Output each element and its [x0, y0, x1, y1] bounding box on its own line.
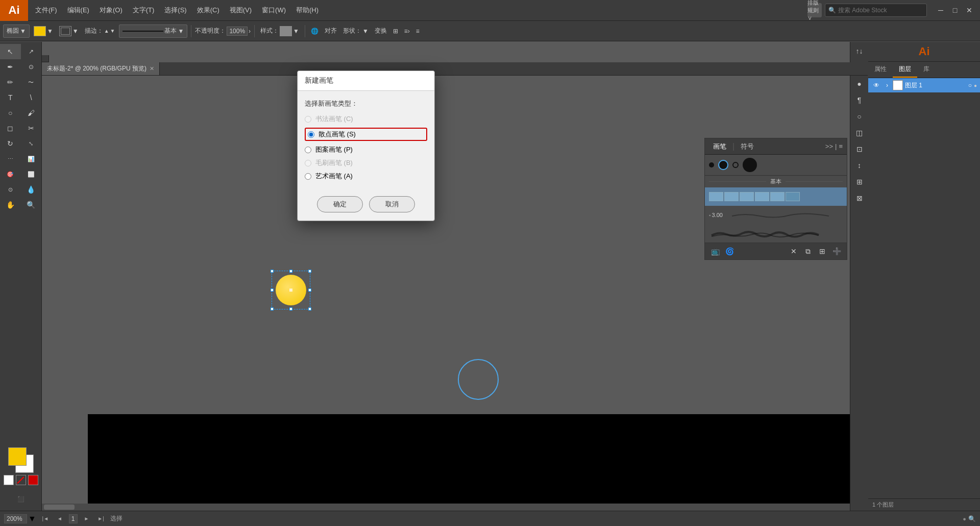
- menu-effect[interactable]: 效果(C): [192, 0, 225, 20]
- brush-duplicate-btn[interactable]: ⧉: [802, 245, 814, 257]
- brush-options-btn[interactable]: ⊞: [816, 245, 828, 257]
- align-button[interactable]: 对齐: [323, 26, 339, 36]
- brush-menu-icon[interactable]: ≡: [839, 142, 843, 150]
- minimize-button[interactable]: ─: [934, 4, 947, 17]
- radio-calligraphy[interactable]: [305, 116, 311, 123]
- tab-library[interactable]: 库: [917, 62, 936, 78]
- tab-properties[interactable]: 属性: [868, 62, 893, 78]
- brush-tool[interactable]: 🖌: [21, 105, 42, 121]
- eyedropper-tool[interactable]: 💧: [21, 182, 42, 197]
- fill-color-square[interactable]: [8, 447, 27, 466]
- brush-dot-medium[interactable]: [718, 160, 728, 170]
- stroke-style-dropdown[interactable]: 基本 ▼: [119, 25, 187, 38]
- change-screen-mode[interactable]: ⬛: [17, 491, 24, 507]
- brush-new-btn[interactable]: ➕: [830, 245, 843, 257]
- brush-bottom-btn1[interactable]: 📺: [709, 245, 721, 257]
- fill-color-picker[interactable]: ▼: [32, 25, 55, 37]
- yellow-circle-object[interactable]: [276, 275, 306, 305]
- pencil-tool[interactable]: ✏: [0, 75, 21, 90]
- slice-tool[interactable]: ⊙: [0, 182, 21, 197]
- transform-button[interactable]: 变换: [373, 26, 389, 36]
- brush-item-3[interactable]: ▪ 3.00: [705, 206, 847, 224]
- zoom-input[interactable]: [4, 514, 27, 523]
- warp-tool[interactable]: ⋯: [0, 151, 21, 166]
- page-first-button[interactable]: |◄: [40, 514, 51, 524]
- brush-dot-small[interactable]: [709, 162, 714, 168]
- radio-bristle[interactable]: [305, 160, 311, 166]
- right-strip-icon-3[interactable]: ●: [852, 77, 867, 91]
- menu-select[interactable]: 选择(S): [159, 0, 191, 20]
- right-strip-icon-1[interactable]: ↑↓: [852, 44, 867, 58]
- shape-button[interactable]: 形状： ▼: [341, 26, 371, 36]
- brush-dot-hollow[interactable]: [732, 162, 739, 168]
- maximize-button[interactable]: □: [948, 4, 962, 17]
- scroll-thumb-h[interactable]: [44, 505, 75, 510]
- handle-bl[interactable]: [271, 307, 274, 310]
- handle-tr[interactable]: [308, 270, 311, 273]
- direct-select-tool[interactable]: ↗: [21, 44, 42, 59]
- right-strip-icon-5[interactable]: ○: [852, 109, 867, 124]
- scissors-tool[interactable]: ✂: [21, 121, 42, 136]
- smooth-tool[interactable]: 〜: [21, 75, 42, 90]
- color-small-3[interactable]: [28, 475, 38, 485]
- page-prev-button[interactable]: ◄: [55, 514, 65, 524]
- symbol-tab[interactable]: 符号: [737, 142, 758, 151]
- rotate-tool[interactable]: ↻: [0, 136, 21, 151]
- type-tool[interactable]: T: [0, 90, 21, 105]
- radio-art[interactable]: [305, 173, 311, 180]
- page-last-button[interactable]: ►|: [96, 514, 106, 524]
- status-search-icon[interactable]: 🔍: [968, 515, 976, 522]
- symbol-sprayer-tool[interactable]: 🎯: [0, 166, 21, 182]
- chart-tool[interactable]: 📊: [21, 151, 42, 166]
- brush-bottom-btn2[interactable]: 🌀: [723, 245, 736, 257]
- confirm-button[interactable]: 确定: [317, 196, 363, 212]
- right-strip-icon-4[interactable]: ¶: [852, 93, 867, 107]
- layer-options-icon[interactable]: ●: [974, 83, 977, 88]
- lasso-tool[interactable]: ⊙: [21, 59, 42, 75]
- brush-expand-icon[interactable]: >>: [825, 142, 833, 150]
- radio-pattern[interactable]: [305, 147, 311, 153]
- extra-btn3[interactable]: ≡: [414, 27, 422, 36]
- select-tool[interactable]: ↖: [0, 44, 21, 59]
- stroke-color-picker[interactable]: ▼: [57, 25, 81, 37]
- ellipse-tool[interactable]: ○: [0, 105, 21, 121]
- extra-btn2[interactable]: ≡›: [402, 27, 412, 36]
- zoom-dropdown-arrow[interactable]: ▼: [28, 514, 36, 523]
- opacity-expand[interactable]: ›: [249, 28, 251, 35]
- canvas-scrollbar-horizontal[interactable]: [42, 504, 861, 511]
- handle-rm[interactable]: [308, 289, 311, 292]
- option-scatter[interactable]: 散点画笔 (S): [305, 128, 427, 141]
- web-icon-button[interactable]: 🌐: [309, 27, 321, 36]
- artboard-tool[interactable]: ⬜: [21, 166, 42, 182]
- handle-bm[interactable]: [289, 307, 292, 310]
- style-color-box[interactable]: [280, 26, 292, 36]
- layer-expand-arrow[interactable]: ›: [884, 82, 891, 89]
- brush-item-4[interactable]: [705, 224, 847, 243]
- handle-lm[interactable]: [271, 289, 274, 292]
- stock-search-box[interactable]: 🔍: [825, 4, 927, 17]
- menu-object[interactable]: 对象(O): [94, 0, 128, 20]
- font-dropdown[interactable]: 椭圆 ▼: [3, 25, 30, 38]
- handle-br[interactable]: [308, 307, 311, 310]
- right-strip-icon-6[interactable]: ◫: [852, 126, 867, 140]
- menu-text[interactable]: 文字(T): [128, 0, 160, 20]
- option-pattern[interactable]: 图案画笔 (P): [305, 145, 427, 154]
- layer-visibility-toggle[interactable]: 👁: [871, 82, 881, 89]
- scale-tool[interactable]: ⤡: [21, 136, 42, 151]
- eraser-tool[interactable]: ◻: [0, 121, 21, 136]
- right-strip-icon-8[interactable]: ↕: [852, 158, 867, 173]
- menu-window[interactable]: 窗口(W): [257, 0, 291, 20]
- stroke-spinner-up[interactable]: ▲: [104, 28, 109, 34]
- menu-help[interactable]: 帮助(H): [291, 0, 324, 20]
- brush-delete-btn[interactable]: ✕: [788, 245, 800, 257]
- close-button[interactable]: ✕: [963, 4, 976, 17]
- brush-dot-large[interactable]: [743, 158, 757, 172]
- menu-file[interactable]: 文件(F): [30, 0, 62, 20]
- blue-circle-outline[interactable]: [458, 359, 499, 400]
- menu-edit[interactable]: 编辑(E): [62, 0, 94, 20]
- no-color-square[interactable]: [16, 475, 26, 485]
- stock-search-input[interactable]: [838, 7, 923, 14]
- hand-tool[interactable]: ✋: [0, 197, 21, 212]
- right-strip-icon-10[interactable]: ⊠: [852, 191, 867, 205]
- opacity-value[interactable]: 100%: [227, 27, 248, 36]
